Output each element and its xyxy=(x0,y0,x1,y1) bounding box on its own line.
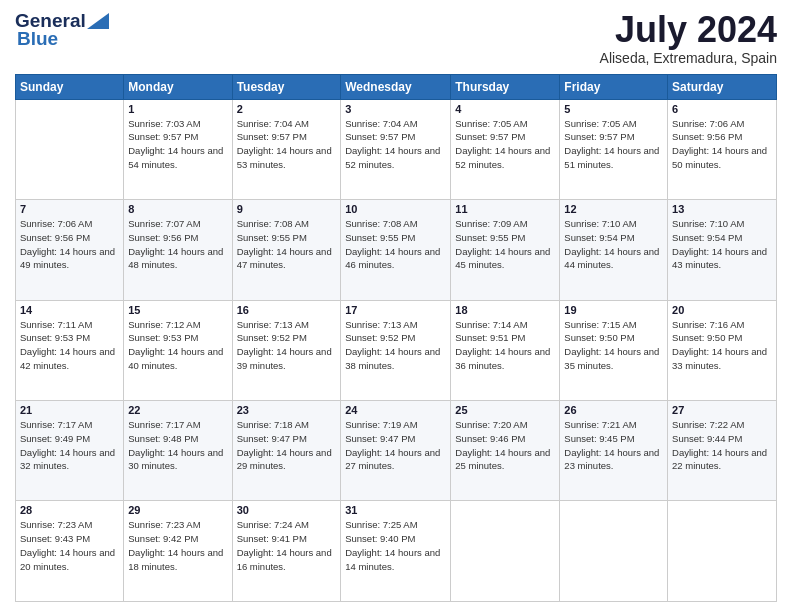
sunset: Sunset: 9:57 PM xyxy=(564,131,634,142)
sunset: Sunset: 9:50 PM xyxy=(564,332,634,343)
day-number: 18 xyxy=(455,304,555,316)
day-info: Sunrise: 7:23 AMSunset: 9:42 PMDaylight:… xyxy=(128,518,227,573)
calendar-week-row: 1Sunrise: 7:03 AMSunset: 9:57 PMDaylight… xyxy=(16,99,777,199)
sunrise: Sunrise: 7:19 AM xyxy=(345,419,417,430)
day-number: 16 xyxy=(237,304,337,316)
daylight: Daylight: 14 hours and 51 minutes. xyxy=(564,145,659,170)
sunset: Sunset: 9:54 PM xyxy=(672,232,742,243)
day-info: Sunrise: 7:12 AMSunset: 9:53 PMDaylight:… xyxy=(128,318,227,373)
sunrise: Sunrise: 7:23 AM xyxy=(20,519,92,530)
calendar-week-row: 14Sunrise: 7:11 AMSunset: 9:53 PMDayligh… xyxy=(16,300,777,400)
sunrise: Sunrise: 7:10 AM xyxy=(672,218,744,229)
day-number: 7 xyxy=(20,203,119,215)
daylight: Daylight: 14 hours and 33 minutes. xyxy=(672,346,767,371)
calendar-week-row: 21Sunrise: 7:17 AMSunset: 9:49 PMDayligh… xyxy=(16,401,777,501)
daylight: Daylight: 14 hours and 40 minutes. xyxy=(128,346,223,371)
daylight: Daylight: 14 hours and 49 minutes. xyxy=(20,246,115,271)
day-info: Sunrise: 7:06 AMSunset: 9:56 PMDaylight:… xyxy=(20,217,119,272)
day-info: Sunrise: 7:23 AMSunset: 9:43 PMDaylight:… xyxy=(20,518,119,573)
calendar-cell: 17Sunrise: 7:13 AMSunset: 9:52 PMDayligh… xyxy=(341,300,451,400)
calendar-cell: 5Sunrise: 7:05 AMSunset: 9:57 PMDaylight… xyxy=(560,99,668,199)
calendar-cell xyxy=(451,501,560,602)
daylight: Daylight: 14 hours and 46 minutes. xyxy=(345,246,440,271)
daylight: Daylight: 14 hours and 36 minutes. xyxy=(455,346,550,371)
day-number: 2 xyxy=(237,103,337,115)
day-number: 21 xyxy=(20,404,119,416)
calendar-cell: 23Sunrise: 7:18 AMSunset: 9:47 PMDayligh… xyxy=(232,401,341,501)
sunrise: Sunrise: 7:06 AM xyxy=(672,118,744,129)
calendar-cell: 25Sunrise: 7:20 AMSunset: 9:46 PMDayligh… xyxy=(451,401,560,501)
month-title: July 2024 xyxy=(600,10,777,50)
sunrise: Sunrise: 7:08 AM xyxy=(237,218,309,229)
sunrise: Sunrise: 7:22 AM xyxy=(672,419,744,430)
logo: General Blue xyxy=(15,10,110,50)
sunrise: Sunrise: 7:23 AM xyxy=(128,519,200,530)
sunrise: Sunrise: 7:15 AM xyxy=(564,319,636,330)
daylight: Daylight: 14 hours and 39 minutes. xyxy=(237,346,332,371)
sunset: Sunset: 9:56 PM xyxy=(20,232,90,243)
daylight: Daylight: 14 hours and 23 minutes. xyxy=(564,447,659,472)
day-number: 31 xyxy=(345,504,446,516)
sunset: Sunset: 9:53 PM xyxy=(128,332,198,343)
calendar-cell: 27Sunrise: 7:22 AMSunset: 9:44 PMDayligh… xyxy=(668,401,777,501)
svg-marker-0 xyxy=(87,13,109,29)
title-block: July 2024 Aliseda, Extremadura, Spain xyxy=(600,10,777,66)
daylight: Daylight: 14 hours and 16 minutes. xyxy=(237,547,332,572)
calendar-cell: 30Sunrise: 7:24 AMSunset: 9:41 PMDayligh… xyxy=(232,501,341,602)
day-info: Sunrise: 7:03 AMSunset: 9:57 PMDaylight:… xyxy=(128,117,227,172)
day-number: 11 xyxy=(455,203,555,215)
sunset: Sunset: 9:49 PM xyxy=(20,433,90,444)
day-info: Sunrise: 7:04 AMSunset: 9:57 PMDaylight:… xyxy=(345,117,446,172)
sunset: Sunset: 9:43 PM xyxy=(20,533,90,544)
day-number: 30 xyxy=(237,504,337,516)
sunrise: Sunrise: 7:21 AM xyxy=(564,419,636,430)
calendar-cell: 10Sunrise: 7:08 AMSunset: 9:55 PMDayligh… xyxy=(341,200,451,300)
daylight: Daylight: 14 hours and 43 minutes. xyxy=(672,246,767,271)
sunrise: Sunrise: 7:10 AM xyxy=(564,218,636,229)
calendar-cell: 20Sunrise: 7:16 AMSunset: 9:50 PMDayligh… xyxy=(668,300,777,400)
day-info: Sunrise: 7:19 AMSunset: 9:47 PMDaylight:… xyxy=(345,418,446,473)
day-info: Sunrise: 7:25 AMSunset: 9:40 PMDaylight:… xyxy=(345,518,446,573)
calendar-cell: 28Sunrise: 7:23 AMSunset: 9:43 PMDayligh… xyxy=(16,501,124,602)
sunrise: Sunrise: 7:13 AM xyxy=(345,319,417,330)
sunset: Sunset: 9:57 PM xyxy=(455,131,525,142)
sunrise: Sunrise: 7:13 AM xyxy=(237,319,309,330)
day-info: Sunrise: 7:20 AMSunset: 9:46 PMDaylight:… xyxy=(455,418,555,473)
calendar-cell: 3Sunrise: 7:04 AMSunset: 9:57 PMDaylight… xyxy=(341,99,451,199)
sunset: Sunset: 9:51 PM xyxy=(455,332,525,343)
calendar-cell: 1Sunrise: 7:03 AMSunset: 9:57 PMDaylight… xyxy=(124,99,232,199)
day-info: Sunrise: 7:08 AMSunset: 9:55 PMDaylight:… xyxy=(237,217,337,272)
sunrise: Sunrise: 7:12 AM xyxy=(128,319,200,330)
day-number: 6 xyxy=(672,103,772,115)
sunset: Sunset: 9:45 PM xyxy=(564,433,634,444)
header-wednesday: Wednesday xyxy=(341,74,451,99)
weekday-header-row: Sunday Monday Tuesday Wednesday Thursday… xyxy=(16,74,777,99)
daylight: Daylight: 14 hours and 45 minutes. xyxy=(455,246,550,271)
sunset: Sunset: 9:56 PM xyxy=(128,232,198,243)
daylight: Daylight: 14 hours and 25 minutes. xyxy=(455,447,550,472)
sunset: Sunset: 9:56 PM xyxy=(672,131,742,142)
sunrise: Sunrise: 7:05 AM xyxy=(564,118,636,129)
daylight: Daylight: 14 hours and 42 minutes. xyxy=(20,346,115,371)
calendar-week-row: 7Sunrise: 7:06 AMSunset: 9:56 PMDaylight… xyxy=(16,200,777,300)
calendar-cell: 2Sunrise: 7:04 AMSunset: 9:57 PMDaylight… xyxy=(232,99,341,199)
sunset: Sunset: 9:57 PM xyxy=(128,131,198,142)
header-friday: Friday xyxy=(560,74,668,99)
sunset: Sunset: 9:57 PM xyxy=(345,131,415,142)
daylight: Daylight: 14 hours and 30 minutes. xyxy=(128,447,223,472)
sunset: Sunset: 9:44 PM xyxy=(672,433,742,444)
sunrise: Sunrise: 7:08 AM xyxy=(345,218,417,229)
day-number: 12 xyxy=(564,203,663,215)
sunset: Sunset: 9:50 PM xyxy=(672,332,742,343)
daylight: Daylight: 14 hours and 22 minutes. xyxy=(672,447,767,472)
day-info: Sunrise: 7:13 AMSunset: 9:52 PMDaylight:… xyxy=(345,318,446,373)
header-sunday: Sunday xyxy=(16,74,124,99)
day-info: Sunrise: 7:10 AMSunset: 9:54 PMDaylight:… xyxy=(564,217,663,272)
calendar-cell: 16Sunrise: 7:13 AMSunset: 9:52 PMDayligh… xyxy=(232,300,341,400)
sunset: Sunset: 9:46 PM xyxy=(455,433,525,444)
calendar-cell: 12Sunrise: 7:10 AMSunset: 9:54 PMDayligh… xyxy=(560,200,668,300)
sunset: Sunset: 9:53 PM xyxy=(20,332,90,343)
day-number: 17 xyxy=(345,304,446,316)
day-info: Sunrise: 7:06 AMSunset: 9:56 PMDaylight:… xyxy=(672,117,772,172)
sunrise: Sunrise: 7:18 AM xyxy=(237,419,309,430)
